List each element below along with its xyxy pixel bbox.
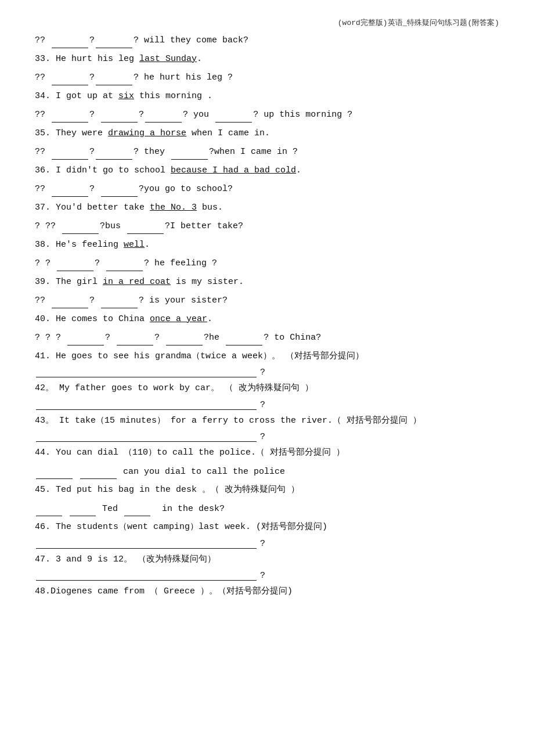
q39-underline: in a red coat bbox=[103, 277, 171, 287]
q47-question-mark: ? bbox=[260, 571, 265, 581]
q35-underline: drawing a horse bbox=[108, 128, 186, 138]
q37-underline: the No. 3 bbox=[150, 203, 197, 213]
q40-blank-line: ? ? ? ? ? ?he ? to China? bbox=[35, 330, 499, 345]
q39-sentence: 39. The girl in a red coat is my sister. bbox=[35, 275, 499, 290]
q34-underline: six bbox=[118, 91, 134, 101]
q32-blank-line: ?? ? ? will they come back? bbox=[35, 33, 499, 48]
q37-sentence: 37. You'd better take the No. 3 bus. bbox=[35, 200, 499, 215]
q46-blank bbox=[36, 538, 257, 549]
q41-blank bbox=[36, 367, 257, 377]
q42-answer-line: ? bbox=[35, 399, 499, 410]
q42-question-mark: ? bbox=[260, 400, 265, 410]
q37-blank-line: ? ?? ?bus ?I better take? bbox=[35, 218, 499, 234]
blank bbox=[96, 70, 132, 85]
blank bbox=[127, 218, 164, 234]
q35-blank-line: ?? ? ? they ?when I came in ? bbox=[35, 144, 499, 160]
q41-question-mark: ? bbox=[260, 368, 265, 377]
blank bbox=[171, 144, 208, 160]
q38-sentence: 38. He's feeling well. bbox=[35, 237, 499, 253]
q43-sentence: 43。 It take（15 minutes） for a ferry to c… bbox=[35, 413, 499, 429]
q36-sentence: 36. I didn't go to school because I had … bbox=[35, 163, 499, 178]
q46-question-mark: ? bbox=[260, 539, 265, 549]
q45-sentence: 45. Ted put his bag in the desk 。（ 改为特殊疑… bbox=[35, 483, 499, 498]
q34-blank-line: ?? ? ? ? you ? up this morning ? bbox=[35, 107, 499, 123]
blank bbox=[117, 330, 153, 345]
blank bbox=[70, 501, 96, 517]
blank bbox=[36, 501, 62, 517]
blank bbox=[52, 33, 88, 48]
blank bbox=[101, 107, 138, 123]
q36-underline: because I had a bad cold bbox=[171, 165, 296, 175]
blank bbox=[52, 144, 88, 160]
blank bbox=[52, 70, 88, 85]
q40-underline: once a year bbox=[150, 314, 207, 324]
q46-sentence: 46. The students（went camping）last week.… bbox=[35, 520, 499, 535]
blank bbox=[96, 33, 132, 48]
q38-blank-line: ? ? ? ? he feeling ? bbox=[35, 255, 499, 271]
q33-underline: last Sunday bbox=[139, 54, 197, 64]
q33-sentence: 33. He hurt his leg last Sunday. bbox=[35, 52, 499, 67]
blank bbox=[80, 464, 117, 480]
blank bbox=[215, 107, 252, 123]
q47-blank bbox=[36, 570, 257, 581]
blank bbox=[145, 107, 182, 123]
document-title: (word完整版)英语_特殊疑问句练习题(附答案) bbox=[35, 17, 499, 28]
q44-sentence: 44. You can dial （110）to call the police… bbox=[35, 445, 499, 460]
q47-sentence: 47. 3 and 9 is 12。 （改为特殊疑问句） bbox=[35, 552, 499, 567]
q42-sentence: 42。 My father goes to work by car。 （ 改为特… bbox=[35, 381, 499, 396]
blank bbox=[57, 255, 93, 271]
blank bbox=[36, 464, 73, 480]
q43-blank bbox=[36, 431, 257, 442]
blank bbox=[106, 255, 143, 271]
blank bbox=[226, 330, 262, 345]
blank bbox=[124, 501, 150, 517]
q45-blank-line: Ted in the desk? bbox=[35, 501, 499, 517]
blank bbox=[52, 107, 88, 123]
blank bbox=[62, 218, 99, 234]
content: ?? ? ? will they come back? 33. He hurt … bbox=[35, 33, 499, 599]
blank bbox=[101, 181, 138, 197]
blank bbox=[166, 330, 203, 345]
q41-sentence: 41. He goes to see his grandma（twice a w… bbox=[35, 349, 499, 364]
q43-answer-line: ? bbox=[35, 431, 499, 442]
q47-answer-line: ? bbox=[35, 570, 499, 581]
q36-blank-line: ?? ? ?you go to school? bbox=[35, 181, 499, 197]
q35-sentence: 35. They were drawing a horse when I cam… bbox=[35, 126, 499, 141]
blank bbox=[52, 293, 88, 308]
q39-blank-line: ?? ? ? is your sister? bbox=[35, 293, 499, 308]
q46-answer-line: ? bbox=[35, 538, 499, 549]
blank bbox=[101, 293, 138, 308]
q38-underline: well bbox=[124, 240, 145, 250]
q34-sentence: 34. I got up at six this morning . bbox=[35, 89, 499, 104]
q40-sentence: 40. He comes to China once a year. bbox=[35, 312, 499, 327]
q48-sentence: 48.Diogenes came from （ Greece ）。（对括号部分提… bbox=[35, 584, 499, 599]
q42-blank bbox=[36, 399, 257, 410]
q41-answer-line: ? bbox=[35, 367, 499, 377]
blank bbox=[67, 330, 104, 345]
q43-question-mark: ? bbox=[260, 432, 265, 442]
q33-blank-line: ?? ? ? he hurt his leg ? bbox=[35, 70, 499, 85]
q44-blank-line: can you dial to call the police bbox=[35, 464, 499, 480]
blank bbox=[52, 181, 88, 197]
blank bbox=[96, 144, 132, 160]
header: (word完整版)英语_特殊疑问句练习题(附答案) bbox=[35, 17, 499, 28]
